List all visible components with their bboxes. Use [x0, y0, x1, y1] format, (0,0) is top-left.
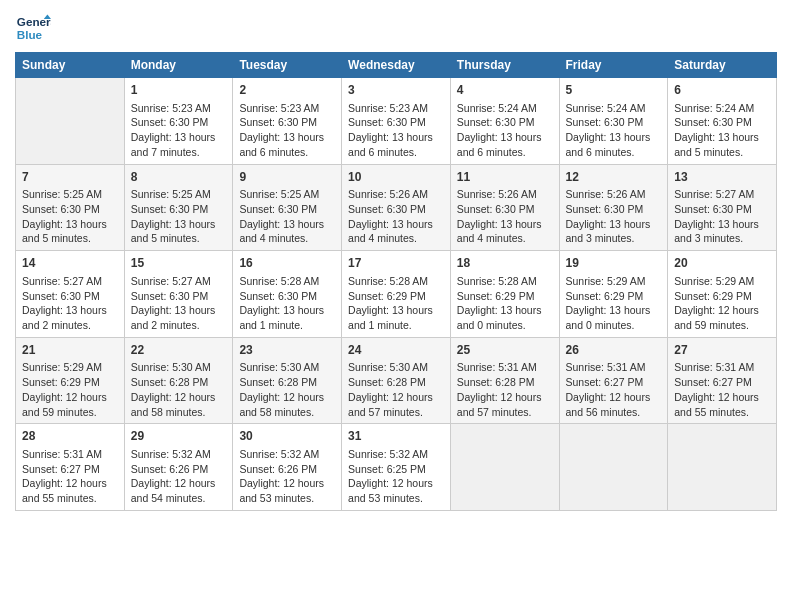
- day-number: 20: [674, 255, 770, 272]
- day-cell: 6Sunrise: 5:24 AM Sunset: 6:30 PM Daylig…: [668, 78, 777, 165]
- day-cell: 7Sunrise: 5:25 AM Sunset: 6:30 PM Daylig…: [16, 164, 125, 251]
- day-info: Sunrise: 5:24 AM Sunset: 6:30 PM Dayligh…: [457, 101, 553, 160]
- day-cell: 18Sunrise: 5:28 AM Sunset: 6:29 PM Dayli…: [450, 251, 559, 338]
- day-cell: 31Sunrise: 5:32 AM Sunset: 6:25 PM Dayli…: [342, 424, 451, 511]
- day-info: Sunrise: 5:27 AM Sunset: 6:30 PM Dayligh…: [22, 274, 118, 333]
- day-cell: 30Sunrise: 5:32 AM Sunset: 6:26 PM Dayli…: [233, 424, 342, 511]
- day-cell: 5Sunrise: 5:24 AM Sunset: 6:30 PM Daylig…: [559, 78, 668, 165]
- logo: General Blue: [15, 10, 55, 46]
- header-row: SundayMondayTuesdayWednesdayThursdayFrid…: [16, 53, 777, 78]
- day-number: 16: [239, 255, 335, 272]
- day-cell: 13Sunrise: 5:27 AM Sunset: 6:30 PM Dayli…: [668, 164, 777, 251]
- header-cell-tuesday: Tuesday: [233, 53, 342, 78]
- day-info: Sunrise: 5:32 AM Sunset: 6:26 PM Dayligh…: [239, 447, 335, 506]
- day-number: 29: [131, 428, 227, 445]
- header-cell-saturday: Saturday: [668, 53, 777, 78]
- day-info: Sunrise: 5:28 AM Sunset: 6:29 PM Dayligh…: [457, 274, 553, 333]
- day-cell: 12Sunrise: 5:26 AM Sunset: 6:30 PM Dayli…: [559, 164, 668, 251]
- day-cell: 8Sunrise: 5:25 AM Sunset: 6:30 PM Daylig…: [124, 164, 233, 251]
- day-cell: 2Sunrise: 5:23 AM Sunset: 6:30 PM Daylig…: [233, 78, 342, 165]
- day-cell: 21Sunrise: 5:29 AM Sunset: 6:29 PM Dayli…: [16, 337, 125, 424]
- day-cell: 1Sunrise: 5:23 AM Sunset: 6:30 PM Daylig…: [124, 78, 233, 165]
- day-info: Sunrise: 5:32 AM Sunset: 6:26 PM Dayligh…: [131, 447, 227, 506]
- day-cell: 22Sunrise: 5:30 AM Sunset: 6:28 PM Dayli…: [124, 337, 233, 424]
- day-number: 17: [348, 255, 444, 272]
- day-cell: [559, 424, 668, 511]
- day-cell: 11Sunrise: 5:26 AM Sunset: 6:30 PM Dayli…: [450, 164, 559, 251]
- week-row-1: 1Sunrise: 5:23 AM Sunset: 6:30 PM Daylig…: [16, 78, 777, 165]
- day-info: Sunrise: 5:32 AM Sunset: 6:25 PM Dayligh…: [348, 447, 444, 506]
- day-number: 25: [457, 342, 553, 359]
- day-number: 19: [566, 255, 662, 272]
- day-number: 8: [131, 169, 227, 186]
- week-row-4: 21Sunrise: 5:29 AM Sunset: 6:29 PM Dayli…: [16, 337, 777, 424]
- day-cell: 23Sunrise: 5:30 AM Sunset: 6:28 PM Dayli…: [233, 337, 342, 424]
- day-info: Sunrise: 5:30 AM Sunset: 6:28 PM Dayligh…: [239, 360, 335, 419]
- day-info: Sunrise: 5:30 AM Sunset: 6:28 PM Dayligh…: [131, 360, 227, 419]
- day-number: 30: [239, 428, 335, 445]
- day-number: 1: [131, 82, 227, 99]
- day-number: 31: [348, 428, 444, 445]
- day-number: 18: [457, 255, 553, 272]
- day-number: 6: [674, 82, 770, 99]
- day-info: Sunrise: 5:31 AM Sunset: 6:27 PM Dayligh…: [674, 360, 770, 419]
- day-info: Sunrise: 5:26 AM Sunset: 6:30 PM Dayligh…: [457, 187, 553, 246]
- day-number: 12: [566, 169, 662, 186]
- day-number: 5: [566, 82, 662, 99]
- day-info: Sunrise: 5:28 AM Sunset: 6:29 PM Dayligh…: [348, 274, 444, 333]
- day-number: 28: [22, 428, 118, 445]
- header-cell-friday: Friday: [559, 53, 668, 78]
- day-info: Sunrise: 5:29 AM Sunset: 6:29 PM Dayligh…: [22, 360, 118, 419]
- day-info: Sunrise: 5:31 AM Sunset: 6:27 PM Dayligh…: [566, 360, 662, 419]
- day-cell: 24Sunrise: 5:30 AM Sunset: 6:28 PM Dayli…: [342, 337, 451, 424]
- logo-icon: General Blue: [15, 10, 51, 46]
- day-cell: 27Sunrise: 5:31 AM Sunset: 6:27 PM Dayli…: [668, 337, 777, 424]
- day-number: 15: [131, 255, 227, 272]
- day-number: 24: [348, 342, 444, 359]
- header: General Blue: [15, 10, 777, 46]
- day-cell: 20Sunrise: 5:29 AM Sunset: 6:29 PM Dayli…: [668, 251, 777, 338]
- day-cell: 26Sunrise: 5:31 AM Sunset: 6:27 PM Dayli…: [559, 337, 668, 424]
- day-number: 21: [22, 342, 118, 359]
- day-cell: 4Sunrise: 5:24 AM Sunset: 6:30 PM Daylig…: [450, 78, 559, 165]
- day-cell: 14Sunrise: 5:27 AM Sunset: 6:30 PM Dayli…: [16, 251, 125, 338]
- day-info: Sunrise: 5:31 AM Sunset: 6:28 PM Dayligh…: [457, 360, 553, 419]
- day-cell: [668, 424, 777, 511]
- day-info: Sunrise: 5:24 AM Sunset: 6:30 PM Dayligh…: [674, 101, 770, 160]
- day-info: Sunrise: 5:31 AM Sunset: 6:27 PM Dayligh…: [22, 447, 118, 506]
- day-info: Sunrise: 5:26 AM Sunset: 6:30 PM Dayligh…: [566, 187, 662, 246]
- day-info: Sunrise: 5:29 AM Sunset: 6:29 PM Dayligh…: [674, 274, 770, 333]
- day-info: Sunrise: 5:25 AM Sunset: 6:30 PM Dayligh…: [22, 187, 118, 246]
- header-cell-sunday: Sunday: [16, 53, 125, 78]
- day-number: 7: [22, 169, 118, 186]
- day-number: 13: [674, 169, 770, 186]
- calendar-table: SundayMondayTuesdayWednesdayThursdayFrid…: [15, 52, 777, 511]
- day-cell: 19Sunrise: 5:29 AM Sunset: 6:29 PM Dayli…: [559, 251, 668, 338]
- day-number: 10: [348, 169, 444, 186]
- header-cell-wednesday: Wednesday: [342, 53, 451, 78]
- day-info: Sunrise: 5:26 AM Sunset: 6:30 PM Dayligh…: [348, 187, 444, 246]
- day-info: Sunrise: 5:23 AM Sunset: 6:30 PM Dayligh…: [239, 101, 335, 160]
- day-info: Sunrise: 5:30 AM Sunset: 6:28 PM Dayligh…: [348, 360, 444, 419]
- day-number: 23: [239, 342, 335, 359]
- day-number: 3: [348, 82, 444, 99]
- day-cell: 25Sunrise: 5:31 AM Sunset: 6:28 PM Dayli…: [450, 337, 559, 424]
- day-number: 26: [566, 342, 662, 359]
- day-cell: 15Sunrise: 5:27 AM Sunset: 6:30 PM Dayli…: [124, 251, 233, 338]
- day-cell: 17Sunrise: 5:28 AM Sunset: 6:29 PM Dayli…: [342, 251, 451, 338]
- day-info: Sunrise: 5:25 AM Sunset: 6:30 PM Dayligh…: [239, 187, 335, 246]
- day-number: 2: [239, 82, 335, 99]
- day-number: 11: [457, 169, 553, 186]
- svg-text:Blue: Blue: [17, 28, 43, 41]
- day-info: Sunrise: 5:23 AM Sunset: 6:30 PM Dayligh…: [348, 101, 444, 160]
- day-info: Sunrise: 5:28 AM Sunset: 6:30 PM Dayligh…: [239, 274, 335, 333]
- day-number: 4: [457, 82, 553, 99]
- day-cell: 28Sunrise: 5:31 AM Sunset: 6:27 PM Dayli…: [16, 424, 125, 511]
- week-row-2: 7Sunrise: 5:25 AM Sunset: 6:30 PM Daylig…: [16, 164, 777, 251]
- day-cell: 9Sunrise: 5:25 AM Sunset: 6:30 PM Daylig…: [233, 164, 342, 251]
- header-cell-thursday: Thursday: [450, 53, 559, 78]
- day-number: 14: [22, 255, 118, 272]
- day-info: Sunrise: 5:29 AM Sunset: 6:29 PM Dayligh…: [566, 274, 662, 333]
- day-cell: 10Sunrise: 5:26 AM Sunset: 6:30 PM Dayli…: [342, 164, 451, 251]
- week-row-5: 28Sunrise: 5:31 AM Sunset: 6:27 PM Dayli…: [16, 424, 777, 511]
